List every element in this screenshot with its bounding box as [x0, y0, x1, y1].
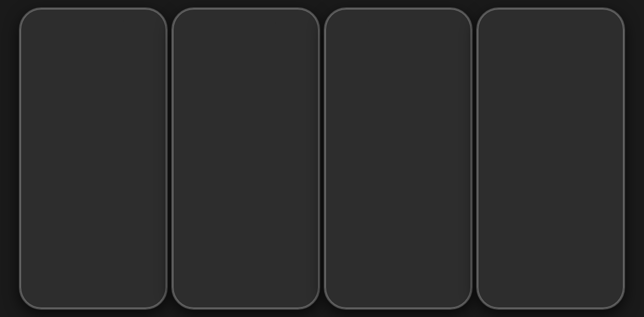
apple-music-subscription-item[interactable]: ♫ Apple Music Membership Individual (1 Y…	[180, 74, 312, 107]
list-group-top: Add Funds to Apple ID › Gifts › Ratings …	[22, 55, 165, 121]
list-group-account-access: Apple Music ›	[22, 273, 165, 295]
youtube-icon: ▶	[183, 116, 205, 138]
tinytap-subscription-item[interactable]: 🎮 TinyTap - Educational Games TinyTap Pr…	[175, 161, 317, 203]
spacer-1	[22, 121, 165, 125]
subscriptions-highlighted-row[interactable]: Subscriptions ›	[26, 204, 160, 228]
apple-music-sub-highlighted[interactable]: ♫ Apple Music Membership Individual (1 Y…	[179, 73, 313, 108]
expired-group: 🎮 TinyTap - Educational Games TinyTap Pr…	[175, 161, 317, 203]
list-item-purchase-history[interactable]: Purchase History ›	[22, 234, 165, 256]
nav-bar-1: Account Settings Done	[22, 33, 165, 55]
option-student[interactable]: Student (1 Month) $4.99	[327, 204, 469, 226]
sub-card-info: Apple Music Membership Individual $99.00…	[363, 79, 454, 109]
battery-icon-3: 🔋	[452, 23, 459, 30]
status-icons-2: ●●● WiFi 🔋	[272, 23, 307, 30]
wifi-icon-1: WiFi	[132, 23, 145, 30]
status-icons-3: ●●● WiFi 🔋	[424, 23, 459, 30]
done-button-1[interactable]: Done	[139, 40, 156, 48]
checkmark-icon: ✓	[455, 186, 461, 196]
personalized-desc: When Personalized Recommendations is tur…	[22, 153, 165, 202]
phones-container: 4:18 ●●● WiFi 🔋 Account Settings Done Ad…	[14, 3, 630, 314]
edit-sub-content: YOUR SUBSCRIPTION ♫ Apple Music Membersh…	[327, 55, 469, 297]
time-2: 4:18	[185, 22, 199, 30]
personalized-toggle[interactable]	[133, 132, 156, 146]
active-header: ACTIVE	[175, 55, 317, 72]
chevron-gifts: ›	[154, 84, 156, 93]
back-btn-3[interactable]: Back	[335, 40, 351, 48]
list-item-personalized[interactable]: Personalized Recommendations	[22, 125, 165, 153]
nav-title-3: Edit Subscription	[363, 39, 429, 48]
option-year-info: Individual (1 Year) Begins Jan 6, 2020	[335, 183, 395, 198]
options-list: Family (1 Month) $14.99 Individual (1 Mo…	[327, 133, 469, 226]
time-3: 4:18	[337, 22, 351, 30]
wifi-icon-3: WiFi	[437, 23, 450, 30]
subscriptions-content: ACTIVE ♫ Apple Music Membership Individu…	[175, 55, 317, 203]
nav-title-2: Subscriptions	[217, 39, 271, 48]
phone-1-screen: 4:18 ●●● WiFi 🔋 Account Settings Done Ad…	[22, 11, 165, 306]
spacer-2	[22, 230, 165, 234]
list-group-recommendations: Personalized Recommendations	[22, 125, 165, 153]
options-header: OPTIONS	[327, 116, 469, 133]
chevron-purchase: ›	[154, 241, 156, 250]
battery-icon-2: 🔋	[299, 23, 307, 30]
status-bar-2: 4:18 ●●● WiFi 🔋	[175, 11, 317, 33]
status-bar-3: 4:18 ●●● WiFi 🔋	[327, 11, 469, 33]
dim-overlay: Confirm Cancellation If you confirm and …	[479, 11, 622, 306]
settings-content-1: Add Funds to Apple ID › Gifts › Ratings …	[22, 55, 165, 306]
signal-icon-3: ●●●	[424, 23, 435, 30]
nav-title-1: Account Settings	[51, 39, 118, 48]
option-individual-year[interactable]: Individual (1 Year) Begins Jan 6, 2020 $…	[327, 178, 469, 204]
apple-music-icon: ♫	[188, 80, 210, 102]
list-item-subscriptions[interactable]: Subscriptions ›	[27, 205, 159, 227]
sub-card-icon: ♫	[335, 83, 357, 105]
account-access-desc: Manage third-party services that have ac…	[22, 295, 165, 306]
list-item-ratings[interactable]: Ratings and Reviews ›	[22, 99, 165, 121]
youtube-sub-info: YouTube Red YouTube Red - YouTube Re... …	[211, 116, 306, 138]
nav-bar-3: Back Edit Subscription	[327, 33, 469, 55]
signal-icon-1: ●●●	[119, 23, 130, 30]
sub-card: ♫ Apple Music Membership Individual $99.…	[327, 72, 469, 116]
tinytap-sub-info: TinyTap - Educational Games TinyTap Pro …	[211, 166, 306, 197]
phone-4-screen: 4:18 ●●● WiFi 🔋 Back Edit Subscription Y…	[479, 11, 622, 306]
wifi-icon-2: WiFi	[285, 23, 297, 30]
battery-icon-1: 🔋	[147, 23, 154, 30]
nav-bar-2: Back Subscriptions	[175, 33, 317, 55]
chevron-ratings: ›	[154, 106, 156, 115]
phone-2: 4:18 ●●● WiFi 🔋 Back Subscriptions ACTIV…	[172, 8, 320, 309]
account-access-header: ACCOUNT ACCESS	[22, 256, 165, 273]
cancel-subscription-btn[interactable]: Cancel Subscription	[331, 232, 465, 255]
expired-header: EXPIRED	[175, 144, 317, 161]
list-item-add-funds[interactable]: Add Funds to Apple ID ›	[22, 55, 165, 77]
chevron-apple-music: ›	[154, 280, 156, 289]
chevron-apple-music-sub: ›	[301, 86, 304, 95]
status-icons-1: ●●● WiFi 🔋	[119, 23, 154, 30]
dialog-buttons: Not Now Confirm	[501, 176, 601, 199]
chevron-youtube: ›	[306, 123, 309, 132]
option-year-price-check: $99.00 ✓	[429, 186, 461, 196]
list-item-gifts[interactable]: Gifts ›	[22, 77, 165, 99]
tinytap-icon: 🎮	[183, 171, 205, 193]
chevron-tinytap: ›	[306, 177, 309, 186]
phone-1: 4:18 ●●● WiFi 🔋 Account Settings Done Ad…	[19, 8, 168, 309]
confirm-button[interactable]: Confirm	[550, 177, 601, 199]
option-family[interactable]: Family (1 Month) $14.99	[327, 133, 469, 155]
list-group-purchase: Purchase History ›	[22, 234, 165, 256]
back-btn-2[interactable]: Back	[183, 40, 198, 48]
chevron-add-funds: ›	[154, 61, 156, 70]
option-individual-month[interactable]: Individual (1 Month) $9.99	[327, 155, 469, 178]
dialog-message: If you confirm and end your subscription…	[501, 141, 601, 168]
privacy-link-3[interactable]: About Subscriptions and Privacy	[327, 281, 469, 297]
your-sub-header: YOUR SUBSCRIPTION	[327, 55, 469, 72]
list-item-apple-music[interactable]: Apple Music ›	[22, 273, 165, 295]
youtube-subscription-item[interactable]: ▶ YouTube Red YouTube Red - YouTube Re..…	[175, 111, 317, 144]
time-1: 4:18	[32, 22, 46, 30]
apple-music-sub-info: Apple Music Membership Individual (1 Yea…	[216, 79, 301, 102]
not-now-button[interactable]: Not Now	[501, 177, 550, 199]
status-bar-1: 4:18 ●●● WiFi 🔋	[22, 11, 165, 33]
phone-2-screen: 4:18 ●●● WiFi 🔋 Back Subscriptions ACTIV…	[175, 11, 317, 306]
option-year-note: Begins Jan 6, 2020	[335, 192, 395, 198]
youtube-group: ▶ YouTube Red YouTube Red - YouTube Re..…	[175, 111, 317, 144]
dialog-title: Confirm Cancellation	[501, 128, 601, 137]
phone-4: 4:18 ●●● WiFi 🔋 Back Edit Subscription Y…	[476, 8, 625, 309]
chevron-subscriptions: ›	[149, 211, 151, 220]
confirm-dialog: Confirm Cancellation If you confirm and …	[491, 118, 611, 199]
